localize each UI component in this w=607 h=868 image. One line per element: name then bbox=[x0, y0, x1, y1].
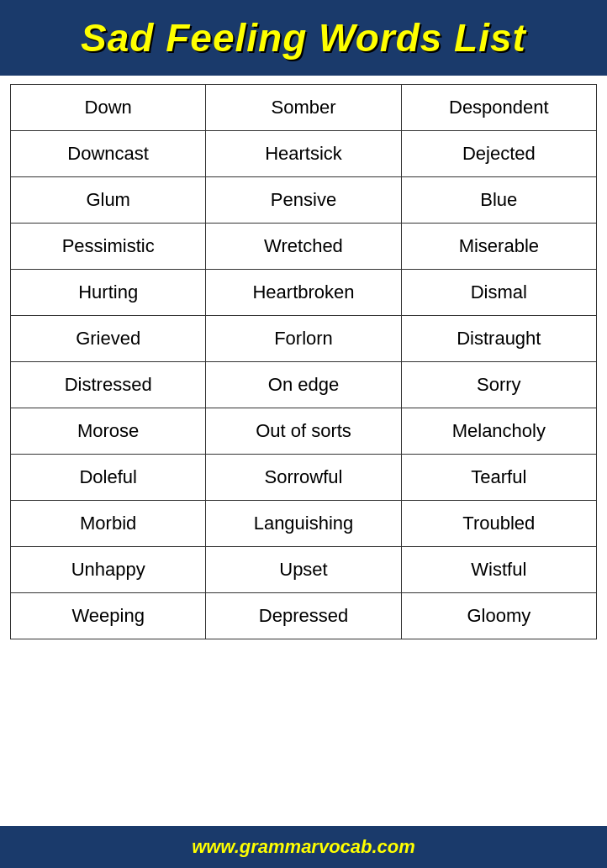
table-cell: Miserable bbox=[401, 224, 596, 270]
table-row: DolefulSorrowfulTearful bbox=[11, 455, 597, 501]
table-cell: Wretched bbox=[206, 224, 401, 270]
table-cell: Wistful bbox=[401, 547, 596, 593]
table-cell: Downcast bbox=[11, 131, 206, 177]
table-row: UnhappyUpsetWistful bbox=[11, 547, 597, 593]
table-cell: Unhappy bbox=[11, 547, 206, 593]
table-cell: Glum bbox=[11, 177, 206, 224]
table-row: WeepingDepressedGloomy bbox=[11, 593, 597, 639]
page-title: Sad Feeling Words List bbox=[17, 15, 590, 60]
table-cell: Pessimistic bbox=[11, 224, 206, 270]
table-row: DistressedOn edgeSorry bbox=[11, 362, 597, 408]
footer-url: www.grammarvocab.com bbox=[192, 836, 415, 857]
table-cell: Gloomy bbox=[401, 593, 596, 639]
table-cell: Dismal bbox=[401, 270, 596, 316]
table-cell: Distressed bbox=[11, 362, 206, 408]
table-cell: Dejected bbox=[401, 131, 596, 177]
table-row: MorbidLanguishingTroubled bbox=[11, 501, 597, 547]
table-cell: On edge bbox=[206, 362, 401, 408]
table-row: DowncastHeartsickDejected bbox=[11, 131, 597, 177]
table-cell: Hurting bbox=[11, 270, 206, 316]
table-row: PessimisticWretchedMiserable bbox=[11, 224, 597, 270]
table-cell: Heartsick bbox=[206, 131, 401, 177]
table-cell: Upset bbox=[206, 547, 401, 593]
table-cell: Grieved bbox=[11, 316, 206, 362]
table-row: HurtingHeartbrokenDismal bbox=[11, 270, 597, 316]
table-row: DownSomberDespondent bbox=[11, 85, 597, 131]
table-cell: Languishing bbox=[206, 501, 401, 547]
table-row: GlumPensiveBlue bbox=[11, 177, 597, 224]
table-cell: Weeping bbox=[11, 593, 206, 639]
table-cell: Heartbroken bbox=[206, 270, 401, 316]
table-cell: Forlorn bbox=[206, 316, 401, 362]
table-cell: Down bbox=[11, 85, 206, 131]
table-cell: Blue bbox=[401, 177, 596, 224]
table-cell: Despondent bbox=[401, 85, 596, 131]
table-cell: Doleful bbox=[11, 455, 206, 501]
table-row: GrievedForlornDistraught bbox=[11, 316, 597, 362]
table-cell: Somber bbox=[206, 85, 401, 131]
words-table: DownSomberDespondentDowncastHeartsickDej… bbox=[10, 84, 597, 639]
table-cell: Melancholy bbox=[401, 408, 596, 455]
table-cell: Distraught bbox=[401, 316, 596, 362]
table-cell: Depressed bbox=[206, 593, 401, 639]
table-cell: Sorry bbox=[401, 362, 596, 408]
table-row: MoroseOut of sortsMelancholy bbox=[11, 408, 597, 455]
table-cell: Tearful bbox=[401, 455, 596, 501]
table-cell: Morbid bbox=[11, 501, 206, 547]
table-cell: Out of sorts bbox=[206, 408, 401, 455]
page-header: Sad Feeling Words List bbox=[0, 0, 607, 76]
table-cell: Morose bbox=[11, 408, 206, 455]
page-footer: www.grammarvocab.com bbox=[0, 826, 607, 868]
table-cell: Sorrowful bbox=[206, 455, 401, 501]
table-wrapper: DownSomberDespondentDowncastHeartsickDej… bbox=[0, 76, 607, 826]
table-cell: Pensive bbox=[206, 177, 401, 224]
table-cell: Troubled bbox=[401, 501, 596, 547]
